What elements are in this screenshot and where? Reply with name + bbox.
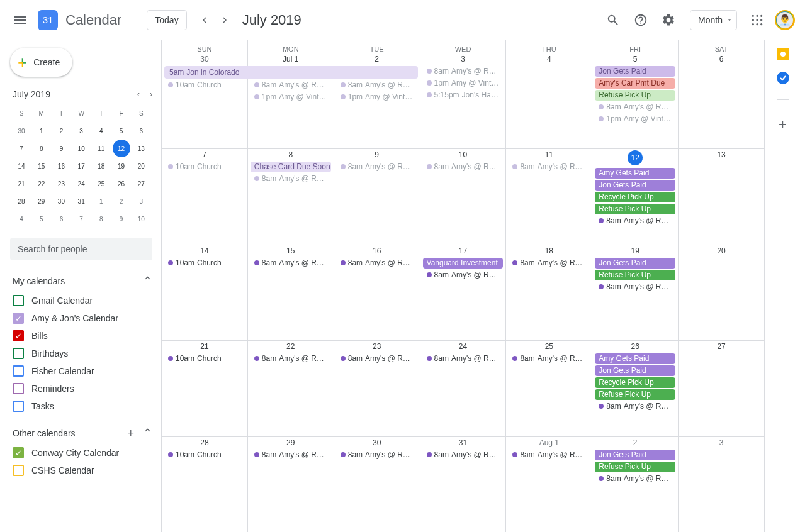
calendar-checkbox[interactable]	[13, 465, 24, 476]
day-number[interactable]: 30	[162, 53, 247, 66]
mini-day[interactable]: 14	[13, 157, 30, 175]
day-cell[interactable]: 5Jon Gets PaidAmy's Car Pmt DueRefuse Pi…	[592, 53, 679, 148]
event[interactable]: 1pmAmy @ Vintage	[251, 92, 331, 103]
day-number[interactable]: Jul 1	[248, 53, 334, 66]
day-number[interactable]: 2	[334, 53, 420, 66]
day-cell[interactable]: 4	[506, 53, 592, 148]
event[interactable]: 8amAmy's @ RWD	[337, 353, 417, 364]
day-cell[interactable]: 710amChurch	[162, 149, 248, 244]
mini-day[interactable]: 4	[93, 122, 110, 140]
day-cell[interactable]: 2110amChurch	[162, 341, 248, 436]
calendar-item[interactable]: Gmail Calendar	[13, 292, 152, 309]
event[interactable]: 8amAmy's @ RWD	[251, 80, 331, 91]
event[interactable]: 5:15pmJon's Haircut	[423, 90, 504, 101]
event[interactable]: Jon Gets Paid	[595, 365, 675, 376]
day-cell[interactable]: Aug 18amAmy's @ RWD	[506, 437, 592, 532]
mini-day[interactable]: 16	[52, 157, 70, 175]
day-number[interactable]: 12	[592, 149, 678, 168]
day-number[interactable]: 22	[248, 341, 334, 353]
day-number[interactable]: 9	[334, 149, 420, 162]
day-cell[interactable]: 188amAmy's @ RWD	[506, 245, 592, 340]
day-cell[interactable]: 158amAmy's @ RWD	[248, 245, 334, 340]
day-cell[interactable]: 26Amy Gets PaidJon Gets PaidRecycle Pick…	[592, 341, 679, 436]
event[interactable]: Recycle Pick Up	[595, 192, 675, 202]
mini-day[interactable]: 22	[33, 175, 50, 192]
event[interactable]: Jon Gets Paid	[595, 450, 675, 460]
day-cell[interactable]: 20	[679, 245, 765, 340]
day-number[interactable]: 11	[506, 149, 592, 162]
event[interactable]: 8amAmy's @ RWD	[251, 353, 331, 364]
day-number[interactable]: 3	[679, 437, 764, 450]
event[interactable]: Refuse Pick Up	[595, 389, 675, 400]
my-calendars-toggle[interactable]: My calendars ⌃	[13, 270, 152, 292]
day-cell[interactable]: 3	[679, 437, 765, 532]
calendar-checkbox[interactable]	[13, 401, 24, 412]
mini-day[interactable]: 8	[93, 210, 110, 228]
google-apps-button[interactable]	[745, 8, 770, 33]
day-cell[interactable]: 238amAmy's @ RWD	[334, 341, 420, 436]
mini-day[interactable]: 9	[113, 210, 130, 228]
calendar-checkbox[interactable]	[13, 348, 24, 359]
day-number[interactable]: 25	[506, 341, 592, 353]
day-number[interactable]: 15	[248, 245, 334, 258]
event[interactable]: Amy Gets Paid	[595, 353, 675, 364]
day-number[interactable]: 28	[162, 437, 247, 450]
event[interactable]: 8amAmy's @ RWD	[423, 353, 504, 364]
day-number[interactable]: 4	[506, 53, 592, 66]
search-button[interactable]	[600, 8, 626, 33]
today-button[interactable]: Today	[147, 10, 186, 30]
event[interactable]: 8amAmy's @ RWD	[423, 162, 504, 172]
calendar-checkbox[interactable]: ✓	[13, 447, 24, 458]
calendar-item[interactable]: ✓Bills	[13, 327, 152, 345]
event[interactable]: 10amChurch	[164, 258, 245, 269]
day-cell[interactable]: 12Amy Gets PaidJon Gets PaidRecycle Pick…	[592, 149, 679, 244]
add-calendar-button[interactable]: +	[127, 427, 134, 440]
day-number[interactable]: 6	[679, 53, 764, 66]
event[interactable]: Refuse Pick Up	[595, 90, 675, 101]
event[interactable]: 8amAmy's @ RWD	[423, 270, 504, 280]
event[interactable]: 8amAmy's @ RWD	[595, 282, 675, 292]
event[interactable]: 10amChurch	[164, 80, 245, 91]
mini-day[interactable]: 3	[72, 122, 90, 140]
event[interactable]: 10amChurch	[164, 162, 245, 172]
mini-day[interactable]: 6	[52, 210, 70, 228]
event[interactable]: 8amAmy's @ RWD	[423, 450, 504, 460]
day-number[interactable]: 14	[162, 245, 247, 258]
day-cell[interactable]: 38amAmy's @ RWD1pmAmy @ Vintage5:15pmJon…	[420, 53, 507, 148]
settings-button[interactable]	[656, 8, 681, 33]
day-number[interactable]: 29	[248, 437, 334, 450]
day-number[interactable]: 20	[679, 245, 764, 258]
event[interactable]: Refuse Pick Up	[595, 204, 675, 214]
mini-day[interactable]: 9	[52, 140, 70, 157]
mini-day[interactable]: 31	[72, 192, 90, 210]
event[interactable]: 8amAmy's @ RWD	[509, 162, 589, 172]
mini-day[interactable]: 6	[132, 122, 150, 140]
day-number[interactable]: 16	[334, 245, 420, 258]
account-avatar[interactable]: 👨‍💼	[775, 10, 795, 30]
event[interactable]: Jon Gets Paid	[595, 258, 675, 269]
mini-day[interactable]: 11	[93, 140, 110, 157]
event[interactable]: Amy's Car Pmt Due	[595, 78, 675, 89]
day-number[interactable]: 5	[592, 53, 678, 66]
calendar-item[interactable]: Tasks	[13, 397, 152, 415]
main-menu-button[interactable]	[5, 5, 35, 35]
mini-prev-button[interactable]: ‹	[137, 90, 140, 99]
event[interactable]: 8amAmy's @ RWD	[509, 258, 589, 269]
mini-day[interactable]: 21	[13, 175, 30, 192]
day-number[interactable]: 2	[592, 437, 678, 450]
calendar-item[interactable]: Birthdays	[13, 345, 152, 362]
day-cell[interactable]: 118amAmy's @ RWD	[506, 149, 592, 244]
calendar-checkbox[interactable]	[13, 383, 24, 394]
calendar-item[interactable]: Fisher Calendar	[13, 362, 152, 380]
event[interactable]: 8amAmy's @ RWD	[509, 450, 589, 460]
mini-day[interactable]: 19	[113, 157, 130, 175]
event[interactable]: 8amAmy's @ RWD	[509, 353, 589, 364]
mini-day[interactable]: 26	[113, 175, 130, 192]
create-button[interactable]: + Create	[10, 48, 72, 77]
day-number[interactable]: 17	[420, 245, 506, 258]
day-cell[interactable]: 1410amChurch	[162, 245, 248, 340]
mini-day[interactable]: 23	[52, 175, 70, 192]
event[interactable]: 8amAmy's @ RWD	[337, 258, 417, 269]
help-button[interactable]	[628, 8, 653, 33]
mini-day[interactable]: 2	[113, 192, 130, 210]
